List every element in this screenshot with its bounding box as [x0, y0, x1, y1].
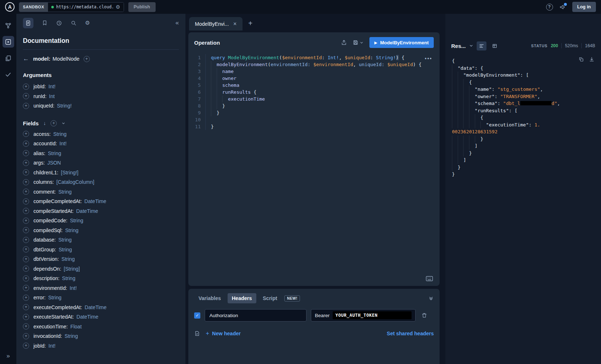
- collapse-panel-icon[interactable]: [428, 296, 434, 301]
- add-to-operation-icon[interactable]: +: [23, 198, 29, 205]
- add-to-operation-icon[interactable]: +: [23, 246, 29, 252]
- add-to-operation-icon[interactable]: +: [23, 266, 29, 272]
- graph-icon[interactable]: [3, 20, 14, 31]
- explorer-icon[interactable]: [3, 36, 14, 48]
- schema-field-item[interactable]: +accountId:Int!: [23, 139, 179, 149]
- field-type-link[interactable]: String: [65, 227, 79, 233]
- schema-field-item[interactable]: +runId:Int: [23, 92, 179, 101]
- panel-tab-variables[interactable]: Variables: [194, 293, 225, 303]
- help-icon[interactable]: ?: [546, 4, 553, 11]
- add-to-operation-icon[interactable]: +: [23, 208, 29, 214]
- operation-tab[interactable]: ModelByEnvi... ×: [189, 17, 243, 31]
- schema-field-item[interactable]: +compileStartedAt:DateTime: [23, 206, 179, 216]
- schema-field-item[interactable]: +dbtGroup:String: [23, 245, 179, 255]
- add-to-operation-icon[interactable]: +: [23, 218, 29, 224]
- field-type-link[interactable]: Int!: [70, 285, 77, 291]
- add-to-operation-icon[interactable]: +: [23, 84, 29, 90]
- add-to-operation-icon[interactable]: +: [23, 189, 29, 195]
- add-all-fields-icon[interactable]: +: [51, 120, 57, 126]
- operation-editor[interactable]: 1query ModelByEnvironment($environmentId…: [188, 51, 440, 286]
- new-tab-icon[interactable]: +: [248, 19, 253, 31]
- add-to-operation-icon[interactable]: +: [23, 237, 29, 243]
- schema-field-item[interactable]: +jobId:Int!: [23, 341, 179, 351]
- field-type-link[interactable]: String: [62, 275, 76, 281]
- field-type-link[interactable]: String: [58, 189, 72, 195]
- field-type-link[interactable]: String: [48, 150, 61, 156]
- collapse-docs-icon[interactable]: «: [176, 19, 179, 27]
- add-to-operation-icon[interactable]: +: [23, 227, 29, 233]
- field-type-link[interactable]: String: [65, 333, 78, 339]
- schema-field-item[interactable]: +access:String: [23, 129, 179, 139]
- publish-button[interactable]: Publish: [128, 2, 156, 12]
- keyboard-shortcuts-icon[interactable]: [426, 276, 433, 282]
- add-to-operation-icon[interactable]: +: [23, 131, 29, 137]
- history-icon[interactable]: [56, 20, 62, 26]
- download-response-icon[interactable]: [589, 57, 594, 62]
- field-type-link[interactable]: [String!]: [61, 170, 79, 175]
- schema-field-item[interactable]: +environmentId:Int!: [23, 283, 179, 293]
- field-type-link[interactable]: Float: [70, 324, 81, 329]
- add-to-operation-icon[interactable]: +: [23, 93, 29, 99]
- save-options-chevron-icon[interactable]: [360, 41, 364, 45]
- field-type-link[interactable]: String!: [57, 103, 72, 109]
- field-type-link[interactable]: String: [70, 218, 83, 223]
- add-to-operation-icon[interactable]: +: [23, 285, 29, 291]
- schema-field-item[interactable]: +childrenL1:[String!]: [23, 168, 179, 178]
- field-type-link[interactable]: [CatalogColumn]: [56, 179, 94, 185]
- header-enabled-checkbox[interactable]: ✓: [194, 312, 200, 319]
- field-type-link[interactable]: DateTime: [76, 208, 98, 214]
- mask-secrets-icon[interactable]: [194, 331, 200, 336]
- breadcrumb-type[interactable]: ModelNode: [53, 56, 80, 62]
- add-to-operation-icon[interactable]: +: [23, 179, 29, 185]
- endpoint-input[interactable]: https://metadata.cloud.get ⚙: [48, 3, 124, 12]
- add-to-operation-icon[interactable]: +: [23, 304, 29, 310]
- schema-field-item[interactable]: +invocationId:String: [23, 331, 179, 341]
- fields-options-chevron-icon[interactable]: [61, 121, 65, 125]
- announcements-icon[interactable]: [560, 4, 566, 10]
- schema-field-item[interactable]: +compiledCode:String: [23, 216, 179, 226]
- docs-settings-icon[interactable]: ⚙: [85, 20, 90, 26]
- delete-header-icon[interactable]: [421, 312, 427, 318]
- schema-field-item[interactable]: +columns:[CatalogColumn]: [23, 177, 179, 187]
- share-icon[interactable]: [341, 40, 347, 45]
- panel-tab-script[interactable]: Script: [259, 293, 282, 303]
- schema-field-item[interactable]: +executionTime:Float: [23, 322, 179, 332]
- operation-collection-icon[interactable]: [3, 52, 14, 64]
- run-operation-button[interactable]: ▶ ModelByEnvironment: [369, 37, 434, 48]
- save-icon[interactable]: [353, 40, 358, 45]
- schema-field-item[interactable]: +alias:String: [23, 149, 179, 158]
- apollo-logo[interactable]: A: [5, 2, 15, 12]
- header-key-input[interactable]: [205, 309, 306, 321]
- response-selector-chevron-icon[interactable]: [469, 44, 473, 48]
- documentation-tab-icon[interactable]: [23, 18, 33, 28]
- field-type-link[interactable]: String: [59, 247, 72, 252]
- header-value-input[interactable]: Bearer YOUR_AUTH_TOKEN: [311, 309, 416, 321]
- field-type-link[interactable]: String: [59, 237, 72, 243]
- panel-tab-headers[interactable]: Headers: [228, 293, 256, 303]
- field-type-link[interactable]: Int!: [48, 84, 55, 89]
- add-to-operation-icon[interactable]: +: [23, 275, 29, 282]
- table-view-icon[interactable]: [490, 41, 500, 50]
- field-type-link[interactable]: DateTime: [76, 314, 98, 320]
- schema-field-item[interactable]: +executeStartedAt:DateTime: [23, 312, 179, 322]
- code-lines[interactable]: 1query ModelByEnvironment($environmentId…: [188, 54, 440, 130]
- schema-field-item[interactable]: +database:String: [23, 235, 179, 245]
- schema-field-item[interactable]: +description:String: [23, 274, 179, 283]
- bookmarks-icon[interactable]: [42, 20, 48, 26]
- schema-field-item[interactable]: +dependsOn:[String]: [23, 264, 179, 274]
- field-type-link[interactable]: Int!: [60, 141, 67, 146]
- field-type-link[interactable]: DateTime: [85, 304, 107, 310]
- field-type-link[interactable]: DateTime: [84, 198, 106, 204]
- field-type-link[interactable]: String: [48, 295, 61, 300]
- copy-response-icon[interactable]: [578, 57, 584, 62]
- add-to-operation-icon[interactable]: +: [23, 323, 29, 329]
- field-type-link[interactable]: String: [53, 131, 67, 137]
- endpoint-settings-icon[interactable]: ⚙: [116, 4, 120, 9]
- add-to-operation-icon[interactable]: +: [23, 295, 29, 301]
- schema-field-item[interactable]: +args:JSON: [23, 158, 179, 168]
- add-to-operation-icon[interactable]: +: [23, 343, 29, 349]
- field-type-link[interactable]: String: [61, 256, 75, 262]
- schema-field-item[interactable]: +compiledSql:String: [23, 226, 179, 235]
- field-type-link[interactable]: JSON: [47, 160, 61, 166]
- add-to-operation-icon[interactable]: +: [23, 160, 29, 166]
